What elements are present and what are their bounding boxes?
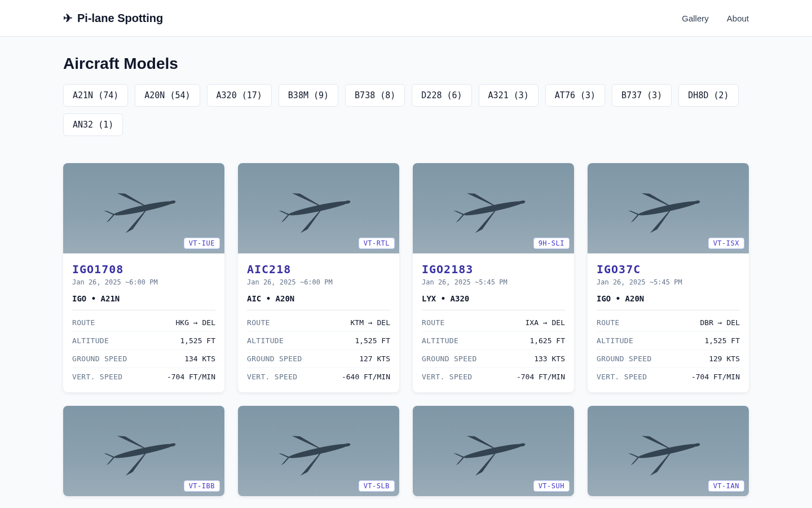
- stat-row: ALTITUDE1,525 FT: [247, 332, 390, 350]
- sighting-card[interactable]: VT-IAN: [588, 406, 749, 496]
- stat-value: -704 FT/MIN: [167, 373, 215, 381]
- stat-label: ALTITUDE: [247, 336, 284, 345]
- card-body: IGO2183Jan 26, 2025 ~5:45 PMLYX • A320RO…: [413, 253, 574, 392]
- filter-chip[interactable]: AN32 (1): [63, 113, 123, 136]
- callsign[interactable]: IGO37C: [597, 262, 740, 276]
- card-body: IGO37CJan 26, 2025 ~5:45 PMIGO • A20NROU…: [588, 253, 749, 392]
- sighting-thumbnail[interactable]: VT-SLB: [238, 406, 399, 496]
- stat-row: GROUND SPEED127 KTS: [247, 350, 390, 368]
- filter-chip[interactable]: A320 (17): [207, 84, 272, 107]
- callsign[interactable]: IGO2183: [422, 262, 565, 276]
- registration-badge: VT-ISX: [708, 238, 744, 249]
- svg-point-15: [638, 199, 699, 217]
- stats-table: ROUTEKTM → DELALTITUDE1,525 FTGROUND SPE…: [247, 314, 390, 386]
- stat-row: GROUND SPEED134 KTS: [72, 350, 215, 368]
- stat-value: 1,625 FT: [529, 336, 565, 345]
- sightings-grid: VT-IUEIGO1708Jan 26, 2025 ~6:00 PMIGO • …: [63, 163, 749, 496]
- stat-label: VERT. SPEED: [597, 373, 647, 381]
- registration-badge: VT-IAN: [708, 480, 744, 492]
- stat-value: -704 FT/MIN: [517, 373, 565, 381]
- sighting-thumbnail[interactable]: VT-IBB: [63, 406, 224, 496]
- filter-chip[interactable]: B38M (9): [279, 84, 338, 107]
- stat-value: DBR → DEL: [700, 318, 740, 327]
- registration-badge: VT-RTL: [359, 238, 395, 249]
- callsign[interactable]: AIC218: [247, 262, 390, 276]
- filter-chip[interactable]: A20N (54): [135, 84, 200, 107]
- stat-value: KTM → DEL: [351, 318, 390, 327]
- filter-chip[interactable]: AT76 (3): [545, 84, 605, 107]
- svg-marker-13: [453, 208, 466, 222]
- stat-row: VERT. SPEED-704 FT/MIN: [422, 368, 565, 386]
- nav-gallery[interactable]: Gallery: [682, 14, 709, 23]
- top-nav: Gallery About: [682, 14, 749, 23]
- timestamp: Jan 26, 2025 ~5:45 PM: [422, 278, 565, 286]
- filter-chip[interactable]: A21N (74): [63, 84, 128, 107]
- stat-row: GROUND SPEED129 KTS: [597, 350, 740, 368]
- svg-marker-18: [628, 208, 641, 222]
- sighting-card[interactable]: VT-IUEIGO1708Jan 26, 2025 ~6:00 PMIGO • …: [63, 163, 224, 392]
- model-filter-group: A21N (74)A20N (54)A320 (17)B38M (9)B738 …: [63, 84, 749, 136]
- stat-label: ALTITUDE: [597, 336, 633, 345]
- sighting-card[interactable]: VT-SUH: [413, 406, 574, 496]
- sighting-thumbnail[interactable]: VT-IUE: [63, 163, 224, 253]
- stats-table: ROUTEIXA → DELALTITUDE1,625 FTGROUND SPE…: [422, 314, 565, 386]
- stat-row: VERT. SPEED-704 FT/MIN: [72, 368, 215, 386]
- sighting-card[interactable]: VT-IBB: [63, 406, 224, 496]
- sighting-card[interactable]: VT-RTLAIC218Jan 26, 2025 ~6:00 PMAIC • A…: [238, 163, 399, 392]
- stat-value: 127 KTS: [359, 354, 390, 363]
- page-title: Aircraft Models: [63, 55, 749, 73]
- stat-value: 134 KTS: [184, 354, 215, 363]
- stat-value: 1,525 FT: [355, 336, 390, 345]
- stat-value: 1,525 FT: [180, 336, 215, 345]
- timestamp: Jan 26, 2025 ~5:45 PM: [597, 278, 740, 286]
- nav-about[interactable]: About: [727, 14, 749, 23]
- stat-row: VERT. SPEED-704 FT/MIN: [597, 368, 740, 386]
- svg-marker-3: [104, 208, 116, 222]
- stat-label: GROUND SPEED: [422, 354, 477, 363]
- stat-value: 133 KTS: [534, 354, 565, 363]
- stat-label: ROUTE: [597, 318, 620, 327]
- callsign[interactable]: IGO1708: [72, 262, 215, 276]
- stat-row: GROUND SPEED133 KTS: [422, 350, 565, 368]
- stat-row: ALTITUDE1,525 FT: [597, 332, 740, 350]
- brand[interactable]: ✈ Pi-lane Spotting: [63, 11, 163, 25]
- stat-row: VERT. SPEED-640 FT/MIN: [247, 368, 390, 386]
- sighting-card[interactable]: VT-ISXIGO37CJan 26, 2025 ~5:45 PMIGO • A…: [588, 163, 749, 392]
- svg-point-10: [463, 199, 524, 217]
- registration-badge: VT-IUE: [184, 238, 220, 249]
- registration-badge: VT-SUH: [533, 480, 570, 492]
- stat-label: VERT. SPEED: [422, 373, 472, 381]
- stat-row: ALTITUDE1,525 FT: [72, 332, 215, 350]
- sighting-thumbnail[interactable]: VT-RTL: [238, 163, 399, 253]
- sighting-card[interactable]: 9H-SLIIGO2183Jan 26, 2025 ~5:45 PMLYX • …: [413, 163, 574, 392]
- sighting-thumbnail[interactable]: VT-SUH: [413, 406, 574, 496]
- stat-value: 129 KTS: [709, 354, 740, 363]
- sighting-thumbnail[interactable]: 9H-SLI: [413, 163, 574, 253]
- stat-label: ALTITUDE: [72, 336, 109, 345]
- filter-chip[interactable]: A321 (3): [479, 84, 539, 107]
- card-body: AIC218Jan 26, 2025 ~6:00 PMAIC • A20NROU…: [238, 253, 399, 392]
- filter-chip[interactable]: B738 (8): [345, 84, 405, 107]
- sighting-thumbnail[interactable]: VT-ISX: [588, 163, 749, 253]
- filter-chip[interactable]: B737 (3): [612, 84, 672, 107]
- card-body: IGO1708Jan 26, 2025 ~6:00 PMIGO • A21NRO…: [63, 253, 224, 392]
- filter-chip[interactable]: DH8D (2): [678, 84, 738, 107]
- airline-model: AIC • A20N: [247, 294, 390, 310]
- stat-label: GROUND SPEED: [72, 354, 127, 363]
- stat-label: GROUND SPEED: [247, 354, 302, 363]
- stat-label: ROUTE: [72, 318, 95, 327]
- stat-label: VERT. SPEED: [247, 373, 297, 381]
- svg-marker-8: [279, 208, 291, 222]
- stats-table: ROUTEHKG → DELALTITUDE1,525 FTGROUND SPE…: [72, 314, 215, 386]
- sighting-thumbnail[interactable]: VT-IAN: [588, 406, 749, 496]
- stat-row: ROUTEIXA → DEL: [422, 314, 565, 332]
- brand-text: Pi-lane Spotting: [77, 12, 163, 25]
- registration-badge: VT-IBB: [184, 480, 220, 492]
- stat-row: ROUTEDBR → DEL: [597, 314, 740, 332]
- filter-chip[interactable]: D228 (6): [412, 84, 471, 107]
- airline-model: LYX • A320: [422, 294, 565, 310]
- svg-marker-28: [279, 451, 291, 465]
- stat-value: HKG → DEL: [176, 318, 215, 327]
- sighting-card[interactable]: VT-SLB: [238, 406, 399, 496]
- timestamp: Jan 26, 2025 ~6:00 PM: [72, 278, 215, 286]
